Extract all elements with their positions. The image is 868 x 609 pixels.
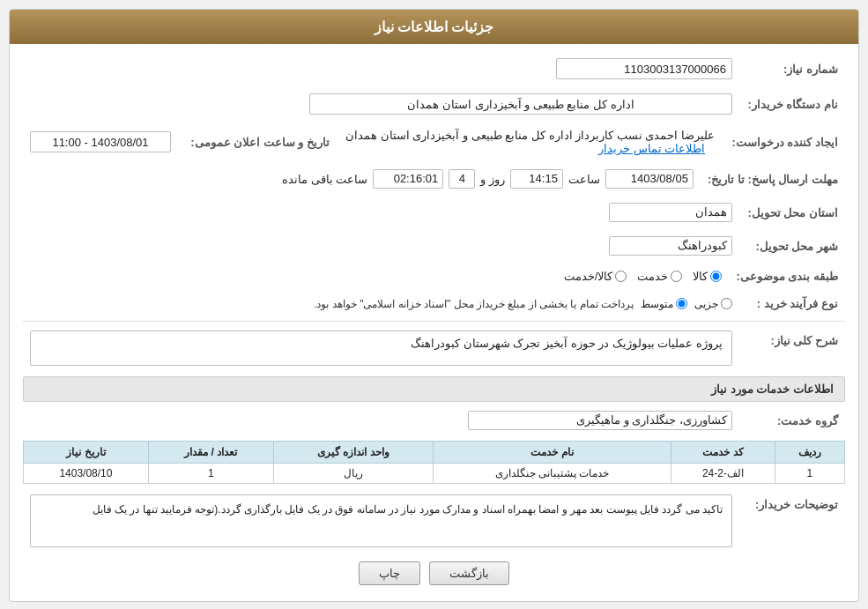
category-row: طبقه بندی موضوعی: کالا خدمت — [23, 266, 845, 286]
buyer-notes-field: تاکید می گردد فایل پیوست بعد مهر و امضا … — [30, 494, 732, 547]
table-row: 1الف-2-24خدمات پشتیبانی جنگلداریریال1140… — [24, 464, 845, 484]
need-desc-row: شرح کلی نیاز: پروژه عملیات بیولوژیک در ح… — [23, 327, 845, 369]
card-body: شماره نیاز: 1103003137000066 نام دستگاه … — [10, 44, 858, 601]
response-remain-label: ساعت باقی مانده — [282, 173, 367, 186]
cell-quantity: 1 — [148, 464, 273, 484]
buyer-org-value: اداره کل منابع طبیعی و آبخیزداری استان ه… — [23, 90, 739, 118]
announce-date-field: 1403/08/01 - 11:00 — [30, 131, 171, 152]
cell-unit: ریال — [273, 464, 434, 484]
services-table: ردیف کد خدمت نام خدمت واحد اندازه گیری ت… — [23, 441, 845, 484]
service-group-value: کشاورزی، جنگلداری و ماهیگیری — [23, 407, 739, 434]
creator-row: ایجاد کننده درخواست: علیرضا احمدی نسب کا… — [23, 125, 845, 159]
city-row: شهر محل تحویل: کبودراهنگ — [23, 233, 845, 259]
col-date: تاریخ نیاز — [24, 442, 149, 464]
radio-motavaset-label: متوسط — [641, 298, 673, 310]
city-field: کبودراهنگ — [609, 236, 732, 256]
announce-date-label: تاریخ و ساعت اعلان عمومی: — [178, 125, 337, 159]
province-label: استان محل تحویل: — [739, 199, 845, 226]
province-row: استان محل تحویل: همدان — [23, 199, 845, 226]
radio-motavaset-input[interactable] — [676, 298, 687, 309]
print-button[interactable]: چاپ — [359, 561, 420, 585]
service-group-row: گروه خدمت: کشاورزی، جنگلداری و ماهیگیری — [23, 407, 845, 434]
city-label: شهر محل تحویل: — [739, 233, 845, 259]
radio-kala-khedmat-input[interactable] — [615, 271, 627, 282]
buyer-notes-row: توضیحات خریدار: تاکید می گردد فایل پیوست… — [23, 491, 845, 551]
radio-kala-khedmat-label: کالا/خدمت — [564, 270, 613, 283]
need-desc-value: پروژه عملیات بیولوژیک در حوزه آبخیز تجرک… — [23, 327, 739, 369]
radio-kala-input[interactable] — [710, 271, 722, 282]
radio-jozi-label: جزیی — [694, 298, 718, 310]
contact-link[interactable]: اطلاعات تماس خریدار — [598, 142, 705, 155]
col-name: نام خدمت — [434, 442, 671, 464]
creator-label: ایجاد کننده درخواست: — [722, 125, 845, 159]
radio-kala-khedmat[interactable]: کالا/خدمت — [564, 270, 627, 283]
services-section-header: اطلاعات خدمات مورد نیاز — [23, 376, 845, 402]
process-row: نوع فرآیند خرید : جزیی متوسط پرداخت — [23, 293, 845, 314]
buyer-org-row: نام دستگاه خریدار: اداره کل منابع طبیعی … — [23, 90, 845, 118]
radio-kala-label: کالا — [693, 270, 708, 283]
radio-kala[interactable]: کالا — [693, 270, 722, 283]
need-number-field: 1103003137000066 — [556, 58, 732, 79]
category-options: کالا خدمت کالا/خدمت — [23, 266, 729, 286]
response-days-label: روز و — [480, 173, 505, 186]
radio-khedmat[interactable]: خدمت — [637, 270, 682, 283]
announce-date-value: 1403/08/01 - 11:00 — [23, 125, 178, 159]
page-wrapper: جزئیات اطلاعات نیاز شماره نیاز: 11030031… — [0, 0, 868, 609]
buyer-notes-value: تاکید می گردد فایل پیوست بعد مهر و امضا … — [23, 491, 739, 551]
cell-code: الف-2-24 — [671, 464, 775, 484]
deadline-values: 1403/08/05 ساعت 14:15 روز و 4 02:16:01 س… — [23, 166, 701, 192]
buttons-row: بازگشت چاپ — [23, 561, 845, 585]
col-unit: واحد اندازه گیری — [273, 442, 434, 464]
province-value: همدان — [23, 199, 739, 226]
need-desc-field: پروژه عملیات بیولوژیک در حوزه آبخیز تجرک… — [30, 330, 732, 366]
radio-motavaset[interactable]: متوسط — [641, 298, 687, 310]
city-value: کبودراهنگ — [23, 233, 739, 259]
response-date-field: 1403/08/05 — [605, 169, 694, 189]
card-header: جزئیات اطلاعات نیاز — [10, 10, 858, 44]
col-row: ردیف — [775, 442, 844, 464]
radio-jozi-input[interactable] — [721, 298, 732, 309]
radio-khedmat-label: خدمت — [637, 270, 668, 283]
need-number-value: 1103003137000066 — [122, 55, 739, 83]
col-code: کد خدمت — [671, 442, 775, 464]
back-button[interactable]: بازگشت — [429, 561, 509, 585]
process-note: پرداخت تمام یا بخشی از مبلغ خریداز محل "… — [314, 298, 634, 310]
main-card: جزئیات اطلاعات نیاز شماره نیاز: 11030031… — [9, 9, 859, 602]
process-options: جزیی متوسط پرداخت تمام یا بخشی از مبلغ خ… — [23, 293, 739, 314]
service-group-label: گروه خدمت: — [739, 407, 845, 434]
radio-khedmat-input[interactable] — [671, 271, 682, 282]
need-number-row: شماره نیاز: 1103003137000066 — [23, 55, 845, 83]
deadline-row: مهلت ارسال پاسخ: تا تاریخ: 1403/08/05 سا… — [23, 166, 845, 192]
need-desc-label: شرح کلی نیاز: — [739, 327, 845, 369]
process-label: نوع فرآیند خرید : — [739, 293, 845, 314]
creator-value: علیرضا احمدی نسب کاربرداز اداره کل منابع… — [337, 125, 722, 159]
col-qty: تعداد / مقدار — [148, 442, 273, 464]
response-days-field: 4 — [449, 169, 475, 189]
response-time-field: 14:15 — [510, 169, 563, 189]
response-time-label: ساعت — [568, 173, 600, 186]
buyer-notes-label: توضیحات خریدار: — [739, 491, 845, 551]
cell-name: خدمات پشتیبانی جنگلداری — [434, 464, 671, 484]
response-remain-field: 02:16:01 — [373, 169, 443, 189]
service-group-field: کشاورزی، جنگلداری و ماهیگیری — [468, 411, 732, 430]
cell-date: 1403/08/10 — [24, 464, 149, 484]
need-number-label: شماره نیاز: — [739, 55, 845, 83]
category-label: طبقه بندی موضوعی: — [729, 266, 845, 286]
province-field: همدان — [609, 203, 732, 222]
buyer-org-label: نام دستگاه خریدار: — [739, 90, 845, 118]
creator-text: علیرضا احمدی نسب کاربرداز اداره کل منابع… — [345, 129, 715, 142]
deadline-label: مهلت ارسال پاسخ: تا تاریخ: — [701, 166, 845, 192]
page-title: جزئیات اطلاعات نیاز — [375, 19, 494, 34]
radio-jozi[interactable]: جزیی — [694, 298, 732, 310]
buyer-org-field: اداره کل منابع طبیعی و آبخیزداری استان ه… — [309, 93, 732, 115]
cell-row: 1 — [775, 464, 844, 484]
